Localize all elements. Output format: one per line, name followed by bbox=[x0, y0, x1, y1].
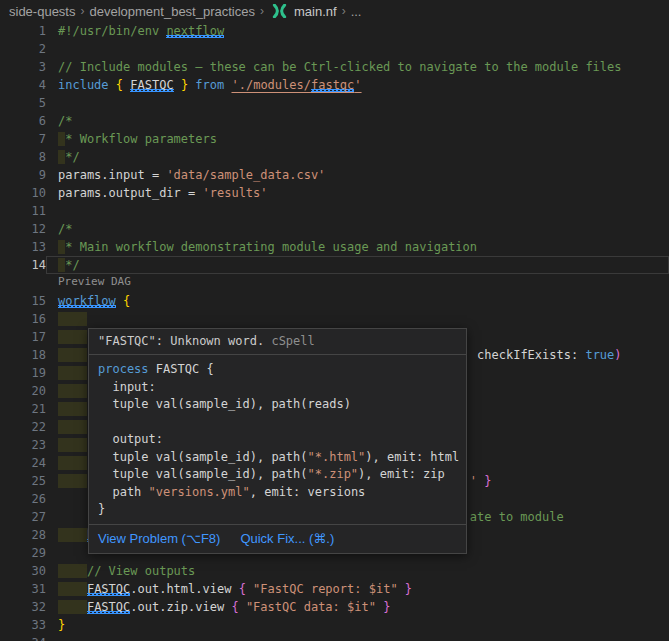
line-number[interactable]: 33 bbox=[0, 616, 46, 634]
code-token: "versions.yml" bbox=[149, 485, 250, 499]
code-token bbox=[58, 474, 87, 488]
codelens-preview-dag[interactable]: Preview DAG bbox=[58, 274, 131, 292]
line-number[interactable]: 10 bbox=[0, 184, 46, 202]
code-token: 'data/sample_data.csv' bbox=[166, 168, 325, 182]
code-line[interactable]: 6/* bbox=[0, 112, 669, 130]
code-text bbox=[46, 634, 669, 641]
popup-code-line: tuple val(sample_id), path("*.html"), em… bbox=[98, 449, 457, 467]
quick-fix-action[interactable]: Quick Fix... (⌘.) bbox=[240, 531, 334, 546]
code-text: FASTQC.out.html.view { "FastQC report: $… bbox=[46, 580, 669, 598]
code-line[interactable]: 2 bbox=[0, 40, 669, 58]
breadcrumb-item-[interactable]: ... bbox=[351, 4, 362, 19]
code-token: FASTQC bbox=[87, 600, 130, 614]
line-number[interactable]: 2 bbox=[0, 40, 46, 58]
code-text bbox=[46, 310, 669, 328]
code-line[interactable]: 12/* bbox=[0, 220, 669, 238]
code-token: = bbox=[145, 168, 167, 182]
line-number[interactable]: 28 bbox=[0, 526, 46, 544]
code-line[interactable]: 14 */ bbox=[0, 256, 669, 274]
nextflow-icon bbox=[271, 4, 288, 18]
code-token: "FastQC report: $it" bbox=[253, 582, 398, 596]
code-text: // View outputs bbox=[46, 562, 669, 580]
line-number[interactable]: 17 bbox=[0, 328, 46, 346]
code-token: } bbox=[383, 600, 390, 614]
code-line[interactable]: 3// Include modules — these can be Ctrl-… bbox=[0, 58, 669, 76]
code-token: { bbox=[116, 78, 123, 92]
code-token bbox=[58, 438, 87, 452]
breadcrumb-item-development-best-practices[interactable]: development_best_practices bbox=[89, 4, 255, 19]
line-number[interactable]: 11 bbox=[0, 202, 46, 220]
line-number[interactable]: 23 bbox=[0, 436, 46, 454]
code-text: /* bbox=[46, 220, 669, 238]
breadcrumb-separator: › bbox=[80, 4, 84, 18]
code-line[interactable]: 5 bbox=[0, 94, 669, 112]
code-token: /* bbox=[58, 114, 72, 128]
code-token: workflow bbox=[58, 294, 116, 308]
line-number[interactable]: 30 bbox=[0, 562, 46, 580]
code-text: // Include modules — these can be Ctrl-c… bbox=[46, 58, 669, 76]
line-number[interactable]: 22 bbox=[0, 418, 46, 436]
code-line[interactable]: 33} bbox=[0, 616, 669, 634]
code-line[interactable]: 16 bbox=[0, 310, 669, 328]
hover-diagnostic-message: "FASTQC": Unknown word. cSpell bbox=[89, 329, 466, 354]
line-number[interactable]: 13 bbox=[0, 238, 46, 256]
breadcrumb-item-side-quests[interactable]: side-quests bbox=[9, 4, 75, 19]
code-token: tuple val(sample_id), path( bbox=[98, 450, 308, 464]
code-line[interactable]: 15workflow { bbox=[0, 292, 669, 310]
line-number[interactable]: 20 bbox=[0, 382, 46, 400]
line-number[interactable]: 19 bbox=[0, 364, 46, 382]
code-line[interactable]: 11 bbox=[0, 202, 669, 220]
line-number[interactable]: 7 bbox=[0, 130, 46, 148]
code-token: = bbox=[181, 186, 203, 200]
line-number[interactable]: 31 bbox=[0, 580, 46, 598]
popup-code-line: } bbox=[98, 501, 457, 519]
line-number[interactable]: 29 bbox=[0, 544, 46, 562]
popup-code-line: tuple val(sample_id), path(reads) bbox=[98, 396, 457, 414]
line-number[interactable]: 24 bbox=[0, 454, 46, 472]
code-token: } bbox=[484, 474, 491, 488]
code-token: ) bbox=[614, 348, 621, 362]
code-line[interactable]: 13 * Main workflow demonstrating module … bbox=[0, 238, 669, 256]
code-token: 'results' bbox=[203, 186, 268, 200]
code-token: ' bbox=[354, 78, 361, 92]
line-number[interactable]: 26 bbox=[0, 490, 46, 508]
code-line[interactable]: 34 bbox=[0, 634, 669, 641]
line-number[interactable]: 4 bbox=[0, 76, 46, 94]
line-number[interactable]: 3 bbox=[0, 58, 46, 76]
line-number[interactable]: 5 bbox=[0, 94, 46, 112]
line-number[interactable]: 25 bbox=[0, 472, 46, 490]
code-token: tuple val(sample_id), path(reads) bbox=[98, 397, 351, 411]
line-number[interactable]: 8 bbox=[0, 148, 46, 166]
code-line[interactable]: 4include { FASTQC } from './modules/fast… bbox=[0, 76, 669, 94]
line-number[interactable]: 9 bbox=[0, 166, 46, 184]
code-token: * Main workflow demonstrating module usa… bbox=[65, 240, 477, 254]
code-line[interactable]: 1#!/usr/bin/env nextflow bbox=[0, 22, 669, 40]
code-line[interactable]: 30 // View outputs bbox=[0, 562, 669, 580]
line-number[interactable]: 34 bbox=[0, 634, 46, 641]
line-number[interactable]: 27 bbox=[0, 508, 46, 526]
view-problem-action[interactable]: View Problem (⌥F8) bbox=[98, 531, 220, 546]
code-line[interactable]: 32 FASTQC.out.zip.view { "FastQC data: $… bbox=[0, 598, 669, 616]
code-token: { bbox=[231, 600, 238, 614]
code-line[interactable]: 8 */ bbox=[0, 148, 669, 166]
code-token bbox=[58, 420, 87, 434]
line-number[interactable]: 32 bbox=[0, 598, 46, 616]
code-token: // View outputs bbox=[87, 564, 195, 578]
code-line[interactable]: 9params.input = 'data/sample_data.csv' bbox=[0, 166, 669, 184]
line-number[interactable]: 21 bbox=[0, 400, 46, 418]
line-number[interactable]: 1 bbox=[0, 22, 46, 40]
code-token: ), emit: zip bbox=[358, 467, 445, 481]
code-line[interactable]: 31 FASTQC.out.html.view { "FastQC report… bbox=[0, 580, 669, 598]
line-number[interactable]: 18 bbox=[0, 346, 46, 364]
code-token: { bbox=[123, 294, 130, 308]
code-text: #!/usr/bin/env nextflow bbox=[46, 22, 669, 40]
line-number[interactable]: 15 bbox=[0, 292, 46, 310]
line-number[interactable]: 14 bbox=[0, 256, 46, 274]
code-line[interactable]: 10params.output_dir = 'results' bbox=[0, 184, 669, 202]
line-number[interactable]: 6 bbox=[0, 112, 46, 130]
code-line[interactable]: 7 * Workflow parameters bbox=[0, 130, 669, 148]
code-text: */ bbox=[46, 148, 669, 166]
line-number[interactable]: 12 bbox=[0, 220, 46, 238]
line-number[interactable]: 16 bbox=[0, 310, 46, 328]
breadcrumb-item-main-nf[interactable]: main.nf bbox=[294, 4, 337, 19]
